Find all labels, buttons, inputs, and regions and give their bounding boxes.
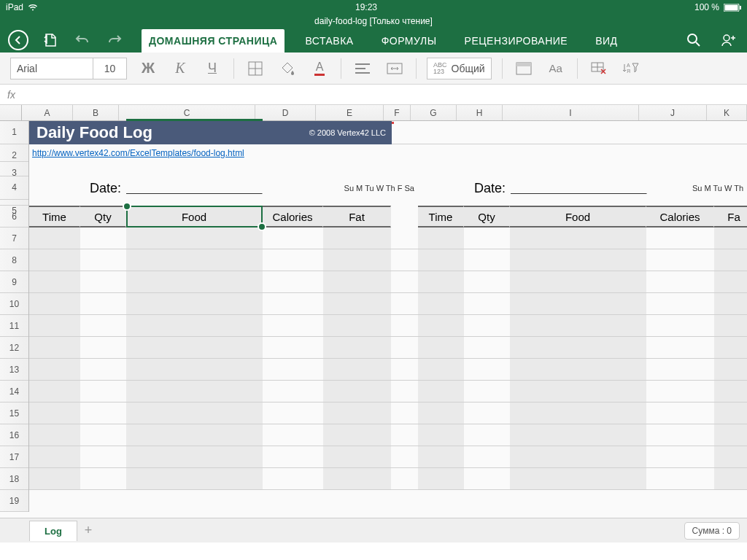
cell[interactable] bbox=[510, 293, 646, 314]
cell[interactable] bbox=[646, 315, 714, 336]
cell[interactable] bbox=[80, 249, 126, 271]
cell[interactable] bbox=[263, 468, 323, 489]
cell[interactable] bbox=[29, 424, 80, 446]
cell[interactable] bbox=[646, 424, 714, 446]
cell[interactable] bbox=[646, 359, 714, 380]
cell[interactable] bbox=[714, 337, 747, 358]
cell[interactable] bbox=[510, 424, 646, 446]
cell[interactable] bbox=[391, 446, 418, 467]
col-header-f[interactable]: F bbox=[384, 105, 411, 120]
cell[interactable] bbox=[29, 293, 80, 314]
col-header-i[interactable]: I bbox=[503, 105, 639, 120]
col-header-c[interactable]: C bbox=[119, 105, 255, 120]
col-header-e[interactable]: E bbox=[316, 105, 384, 120]
row-header-2[interactable]: 2 bbox=[0, 144, 28, 162]
cell[interactable] bbox=[80, 293, 126, 314]
cell[interactable] bbox=[323, 446, 391, 467]
cell[interactable] bbox=[464, 293, 510, 314]
sheet-tab-log[interactable]: Log bbox=[29, 521, 77, 541]
cell[interactable] bbox=[510, 271, 646, 292]
cell[interactable] bbox=[263, 424, 323, 446]
col-header-k[interactable]: K bbox=[707, 105, 747, 120]
cell[interactable] bbox=[646, 468, 714, 489]
row-header-18[interactable]: 18 bbox=[0, 468, 28, 490]
cell[interactable] bbox=[391, 424, 418, 446]
cell[interactable] bbox=[323, 271, 391, 292]
cell[interactable] bbox=[714, 271, 747, 292]
cell[interactable] bbox=[263, 337, 323, 358]
cell[interactable] bbox=[29, 228, 80, 249]
template-link[interactable]: http://www.vertex42.com/ExcelTemplates/f… bbox=[32, 148, 244, 158]
cell[interactable] bbox=[510, 228, 646, 249]
row-header-19[interactable]: 19 bbox=[0, 490, 28, 512]
hdr-qty-2[interactable]: Qty bbox=[464, 206, 510, 228]
cell[interactable] bbox=[714, 359, 747, 380]
cell[interactable] bbox=[714, 446, 747, 467]
cell[interactable] bbox=[510, 359, 646, 380]
cell[interactable] bbox=[263, 228, 323, 249]
cell[interactable] bbox=[126, 424, 263, 446]
cell[interactable] bbox=[646, 446, 714, 467]
cell[interactable] bbox=[263, 271, 323, 292]
cell[interactable] bbox=[126, 337, 263, 358]
cell[interactable] bbox=[80, 402, 126, 424]
cell[interactable] bbox=[464, 228, 510, 249]
cell[interactable] bbox=[80, 468, 126, 489]
hdr-time-2[interactable]: Time bbox=[418, 206, 464, 228]
search-button[interactable] bbox=[683, 29, 705, 51]
share-button[interactable] bbox=[718, 29, 740, 51]
cell[interactable] bbox=[323, 315, 391, 336]
back-button[interactable] bbox=[7, 29, 29, 51]
row-header-5[interactable]: 5 bbox=[0, 200, 28, 206]
cell[interactable] bbox=[391, 468, 418, 489]
cell[interactable] bbox=[418, 249, 464, 271]
cell[interactable] bbox=[323, 228, 391, 249]
hdr-fat-2[interactable]: Fa bbox=[714, 206, 747, 228]
cell[interactable] bbox=[29, 249, 80, 271]
hdr-qty-1[interactable]: Qty bbox=[80, 206, 126, 228]
row-header-16[interactable]: 16 bbox=[0, 424, 28, 446]
cell[interactable] bbox=[263, 402, 323, 424]
cell[interactable] bbox=[323, 359, 391, 380]
cell[interactable] bbox=[646, 337, 714, 358]
bold-button[interactable]: Ж bbox=[137, 58, 159, 79]
number-format[interactable]: ABC123 Общий bbox=[427, 58, 492, 79]
text-style-button[interactable]: Aa bbox=[545, 58, 567, 79]
cell[interactable] bbox=[391, 228, 418, 249]
cell[interactable] bbox=[126, 381, 263, 402]
undo-button[interactable] bbox=[71, 29, 93, 51]
sort-filter-button[interactable]: АЯ bbox=[620, 58, 642, 79]
cell[interactable] bbox=[418, 271, 464, 292]
cell[interactable] bbox=[29, 337, 80, 358]
col-header-j[interactable]: J bbox=[639, 105, 707, 120]
row-header-17[interactable]: 17 bbox=[0, 446, 28, 468]
row-header-14[interactable]: 14 bbox=[0, 381, 28, 402]
cell[interactable] bbox=[126, 446, 263, 467]
row-header-7[interactable]: 7 bbox=[0, 228, 28, 249]
row-header-9[interactable]: 9 bbox=[0, 271, 28, 293]
cell[interactable] bbox=[29, 315, 80, 336]
cell[interactable] bbox=[263, 315, 323, 336]
tab-home[interactable]: ДОМАШНЯЯ СТРАНИЦА bbox=[142, 29, 285, 52]
cell[interactable] bbox=[126, 249, 263, 271]
cell[interactable] bbox=[464, 402, 510, 424]
cell[interactable] bbox=[80, 381, 126, 402]
cell[interactable] bbox=[29, 381, 80, 402]
cell[interactable] bbox=[714, 468, 747, 489]
cell[interactable] bbox=[263, 293, 323, 314]
doc-title-banner[interactable]: Daily Food Log © 2008 Vertex42 LLC bbox=[29, 121, 392, 144]
cell[interactable] bbox=[464, 424, 510, 446]
col-header-d[interactable]: D bbox=[255, 105, 316, 120]
cell[interactable] bbox=[126, 315, 263, 336]
cell[interactable] bbox=[80, 315, 126, 336]
row-header-6[interactable]: 6 bbox=[0, 206, 28, 228]
cell[interactable] bbox=[510, 315, 646, 336]
cell[interactable] bbox=[126, 293, 263, 314]
cell[interactable] bbox=[646, 293, 714, 314]
italic-button[interactable]: К bbox=[169, 58, 191, 79]
cell[interactable] bbox=[510, 249, 646, 271]
cell[interactable] bbox=[418, 468, 464, 489]
row-header-12[interactable]: 12 bbox=[0, 337, 28, 359]
row-header-13[interactable]: 13 bbox=[0, 359, 28, 381]
cell[interactable] bbox=[510, 468, 646, 489]
